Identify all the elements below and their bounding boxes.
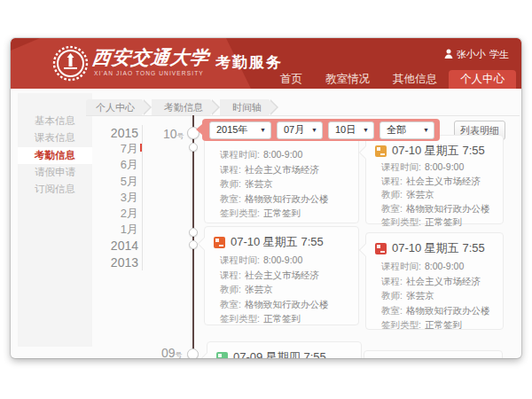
university-name-en: XI'AN JIAO TONG UNIVERSITY [94,70,204,76]
attendance-card: 07-10 星期五 7:55 课程时间:8:00-9:00 课程:社会主义市场经… [365,135,504,224]
user-info[interactable]: 张小小 学生 [444,48,509,61]
timeline-node[interactable] [189,143,198,152]
card-datetime: 07-10 星期五 7:55 [392,143,485,159]
axis-month[interactable]: 6月 [98,157,138,173]
user-name: 张小小 [457,48,486,61]
timeline-axis: 2015 7月 6月 5月 3月 2月 1月 2014 2013 [98,125,138,270]
breadcrumb-timeline[interactable]: 时间轴 [220,99,269,115]
nav-classrooms[interactable]: 教室情况 [314,70,381,89]
day-marker-09: 09号 [161,346,183,358]
axis-separator-line [142,125,143,270]
attendance-card: 07-10 星期五 7:55 课程时间:8:00-9:00 课程:社会主义市场经… [204,226,359,325]
chevron-down-icon: ▼ [423,127,429,133]
sidebar-item-leave-request[interactable]: 请假申请 [18,164,92,181]
attendance-card: 07-10 星期五 7:55 课程时间:8:00-9:00 课程:社会主义市场经… [365,232,504,330]
axis-year[interactable]: 2013 [98,254,138,270]
nav-personal-center[interactable]: 个人中心 [449,70,516,89]
breadcrumb: 个人中心 考勤信息 时间轴 [86,99,520,116]
day-dropdown[interactable]: 10日▼ [328,121,374,139]
month-dropdown[interactable]: 07月▼ [277,121,323,139]
day-marker-10: 10号 [163,127,184,141]
timeline-node[interactable] [189,240,198,249]
current-month-tick [140,144,142,152]
sidebar-item-timetable-info[interactable]: 课表信息 [18,129,92,146]
axis-year[interactable]: 2015 [98,125,138,141]
card-pointer [360,244,366,256]
header-banner: 西安交通大学 XI'AN JIAO TONG UNIVERSITY 考勤服务 张… [11,38,521,89]
axis-month[interactable]: 7月 [98,141,138,157]
card-datetime: 07-09 星期四 7:55 [233,349,326,358]
sidebar-item-subscription-info[interactable]: 订阅信息 [18,181,92,198]
user-icon [444,49,453,60]
attendance-card [364,350,503,358]
date-filter-bar: 2015年▼ 07月▼ 10日▼ 全部▼ [202,119,440,141]
breadcrumb-personal-center[interactable]: 个人中心 [86,99,142,115]
year-dropdown[interactable]: 2015年▼ [209,121,271,139]
sidebar: 基本信息 课表信息 考勤信息 请假申请 订阅信息 [18,93,92,347]
university-logo-icon [52,45,89,85]
breadcrumb-attendance-info[interactable]: 考勤信息 [152,99,210,115]
university-name-cn: 西安交通大学 [90,45,210,70]
card-pointer [360,146,366,159]
signin-stamp-icon [375,145,387,157]
user-role: 学生 [489,48,509,61]
type-dropdown[interactable]: 全部▼ [379,121,434,139]
chevron-down-icon: ▼ [311,127,317,133]
timeline-node[interactable] [189,228,198,237]
signin-stamp-icon [214,237,225,248]
nav-other-info[interactable]: 其他信息 [381,70,449,89]
card-datetime: 07-10 星期五 7:55 [231,234,324,250]
card-pointer [201,353,207,358]
signin-stamp-icon [216,352,228,359]
sidebar-item-attendance-info[interactable]: 考勤信息 [18,147,92,164]
main-nav: 首页 教室情况 其他信息 个人中心 [269,70,516,89]
attendance-card: 07-09 星期四 7:55 [207,341,362,358]
axis-month[interactable]: 3月 [98,190,138,206]
chevron-down-icon: ▼ [363,127,369,133]
attendance-app-window: 西安交通大学 XI'AN JIAO TONG UNIVERSITY 考勤服务 张… [11,38,521,358]
timeline-spine [192,115,194,358]
chevron-down-icon: ▼ [260,127,266,133]
card-datetime: 07-10 星期五 7:55 [392,240,485,256]
sidebar-item-basic-info[interactable]: 基本信息 [18,113,92,129]
axis-month[interactable]: 1月 [98,222,138,238]
signin-stamp-icon [375,243,387,254]
nav-home[interactable]: 首页 [269,70,314,89]
screenshot-stage: 西安交通大学 XI'AN JIAO TONG UNIVERSITY 考勤服务 张… [0,0,532,399]
axis-month[interactable]: 2月 [98,206,138,222]
card-pointer [199,238,205,250]
axis-year[interactable]: 2014 [98,238,138,254]
axis-month[interactable]: 5月 [98,174,138,190]
timeline-node[interactable] [187,348,199,358]
